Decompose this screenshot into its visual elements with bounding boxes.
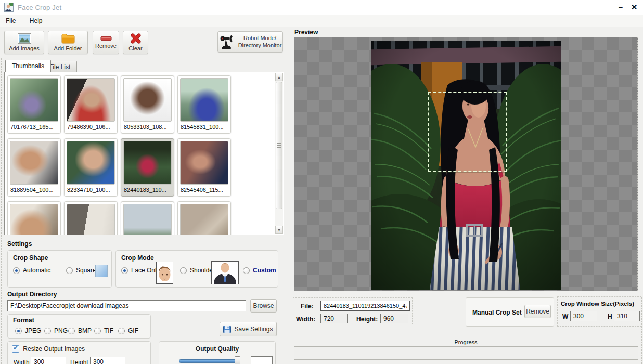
thumbnail-filename: 70176713_165... <box>10 124 58 130</box>
remove-button[interactable]: Remove <box>93 31 119 54</box>
manual-crop-remove-button[interactable]: Remove <box>524 305 551 318</box>
file-label: File: <box>301 303 314 310</box>
menu-help[interactable]: Help <box>24 15 48 26</box>
image-width-input[interactable] <box>320 314 348 323</box>
crop-w-input[interactable] <box>570 311 597 321</box>
thumbnail-filename: 81545831_100... <box>180 124 228 130</box>
progress-bar <box>294 346 638 360</box>
thumbnail-photo <box>180 78 228 122</box>
radio-face-only[interactable]: Face Only <box>121 267 160 274</box>
radio-bmp-icon[interactable] <box>68 328 75 334</box>
add-images-button[interactable]: Add Images <box>4 31 44 54</box>
thumbnail-item[interactable] <box>64 201 118 235</box>
thumbnail-photo <box>10 78 58 122</box>
right-guide-line <box>641 297 642 364</box>
remove-label: Remove <box>95 43 117 49</box>
radio-jpeg-icon[interactable] <box>15 328 22 334</box>
thumbnail-photo <box>10 141 58 185</box>
radio-png-icon[interactable] <box>44 328 51 334</box>
square-shape-swatch <box>95 265 108 277</box>
close-button[interactable]: ✕ <box>628 3 640 12</box>
radio-shoulder-icon[interactable] <box>180 267 187 274</box>
clear-icon <box>131 33 141 44</box>
thumbnail-item[interactable]: 82545406_115... <box>177 138 231 197</box>
menu-file[interactable]: File <box>0 15 21 26</box>
preview-heading: Preview <box>294 29 318 36</box>
crop-h-input[interactable] <box>614 311 640 321</box>
resize-checkbox-row[interactable]: Resize Output Images <box>12 345 85 353</box>
width-label: Width: <box>296 316 315 323</box>
thumbnail-item[interactable]: 80533103_108... <box>121 75 174 134</box>
output-directory-input[interactable] <box>7 300 246 311</box>
thumbnail-photo <box>123 204 172 235</box>
radio-custom-icon[interactable] <box>243 267 250 274</box>
radio-shoulder[interactable]: Shoulder <box>180 267 215 274</box>
scroll-down-icon[interactable]: ▼ <box>275 226 283 234</box>
scrollbar-thumb[interactable] <box>276 82 282 209</box>
resize-height-label: Height <box>70 359 88 364</box>
radio-png[interactable]: PNG <box>44 327 68 334</box>
radio-jpeg[interactable]: JPEG <box>15 327 41 334</box>
radio-automatic[interactable]: Automatic <box>13 267 50 274</box>
preview-area[interactable] <box>294 37 638 291</box>
resize-height-input[interactable] <box>90 357 125 364</box>
crop-window-size-title: Crop Window Size(Pixels) <box>561 301 634 307</box>
thumbnail-item[interactable] <box>177 201 231 235</box>
settings-heading: Settings <box>7 240 32 248</box>
robot-mode-label: Robot Mode/ Directory Monitor <box>238 35 282 49</box>
browse-button[interactable]: Browse <box>250 299 277 313</box>
resize-width-input[interactable] <box>31 357 66 364</box>
crop-selection-rect[interactable] <box>428 92 507 172</box>
radio-gif[interactable]: GIF <box>118 327 138 334</box>
radio-square[interactable]: Square <box>66 267 96 274</box>
scrollbar-grip <box>277 143 281 144</box>
radio-square-icon[interactable] <box>66 267 73 274</box>
add-folder-button[interactable]: Add Folder <box>48 31 88 54</box>
thumbnail-item[interactable]: 79486390_106... <box>64 75 118 134</box>
radio-bmp[interactable]: BMP <box>68 327 92 334</box>
thumbnail-panel: 70176713_165... 79486390_106... 80533103… <box>4 72 284 235</box>
thumbnail-item[interactable]: 81889504_100... <box>7 138 61 197</box>
file-name-input[interactable] <box>320 301 410 311</box>
radio-custom[interactable]: Custom <box>243 267 276 274</box>
resize-checkbox-icon[interactable] <box>12 345 19 353</box>
crop-shape-group: Crop Shape Automatic Square <box>7 250 112 288</box>
thumbnail-item[interactable] <box>7 201 61 235</box>
scroll-up-icon[interactable]: ▲ <box>275 73 283 81</box>
radio-face-only-icon[interactable] <box>121 267 128 274</box>
thumbnail-item[interactable]: 81545831_100... <box>177 75 231 134</box>
thumbnail-item[interactable] <box>121 201 174 235</box>
robot-mode-button[interactable]: Robot Mode/ Directory Monitor <box>217 31 283 53</box>
image-height-input[interactable] <box>380 314 408 323</box>
quality-slider-track[interactable] <box>179 359 240 363</box>
thumbnail-scrollbar[interactable]: ▲ ▼ <box>275 73 283 234</box>
minimize-button[interactable]: – <box>615 3 626 11</box>
manual-crop-group: Manual Crop Set Remove <box>466 297 554 327</box>
quality-value-input[interactable] <box>251 356 273 364</box>
resize-group: Resize Output Images Width Height <box>7 341 151 364</box>
save-settings-button[interactable]: Save Settings <box>220 322 277 336</box>
clear-button[interactable]: Clear <box>123 31 148 54</box>
progress-label: Progress <box>294 339 638 345</box>
titlebar: Face Crop Jet – ✕ <box>0 0 643 15</box>
save-settings-label: Save Settings <box>234 326 273 333</box>
radio-gif-icon[interactable] <box>118 328 125 334</box>
thumbnail-photo <box>123 78 172 122</box>
thumbnail-item[interactable]: 82334710_100... <box>64 138 118 197</box>
save-icon <box>223 326 231 333</box>
manual-crop-title: Manual Crop Set <box>472 309 522 316</box>
clear-label: Clear <box>128 45 142 51</box>
radio-tif[interactable]: TIF <box>94 327 113 334</box>
tab-thumbnails[interactable]: Thumbnails <box>5 60 51 72</box>
resize-label: Resize Output Images <box>23 345 85 353</box>
thumbnail-photo <box>67 141 115 185</box>
thumbnail-grid: 70176713_165... 79486390_106... 80533103… <box>7 75 267 235</box>
thumbnail-item-selected[interactable]: 82440183_110... <box>121 138 174 197</box>
face-only-icon <box>156 262 173 284</box>
crop-mode-title: Crop Mode <box>121 254 154 262</box>
radio-automatic-icon[interactable] <box>13 267 20 274</box>
thumbnail-item[interactable]: 70176713_165... <box>7 75 61 134</box>
quality-slider-thumb[interactable] <box>235 356 240 364</box>
window-title: Face Crop Jet <box>18 4 61 11</box>
radio-tif-icon[interactable] <box>94 328 101 334</box>
